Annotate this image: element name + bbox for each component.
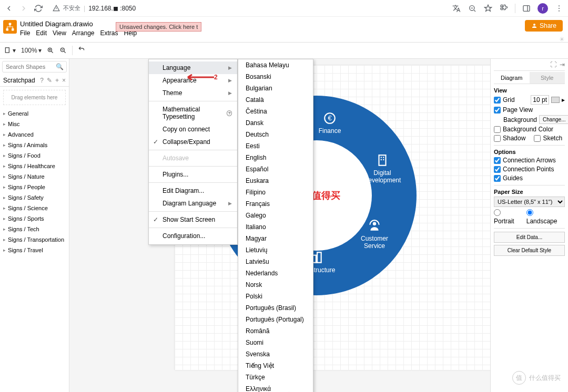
conn-points-checkbox[interactable] xyxy=(494,166,501,173)
category-item[interactable]: Signs / Science xyxy=(0,203,69,213)
app-logo[interactable] xyxy=(3,20,17,34)
language-option[interactable]: Bosanski xyxy=(238,71,313,82)
category-item[interactable]: Misc xyxy=(0,119,69,129)
conn-arrows-checkbox[interactable] xyxy=(494,157,501,164)
category-item[interactable]: Signs / Nature xyxy=(0,171,69,182)
menu-arrange[interactable]: Arrange xyxy=(72,29,95,37)
url-bar[interactable]: 不安全 | 192.168.◼ :8050 xyxy=(48,4,447,12)
menu-item[interactable]: Plugins... xyxy=(149,168,237,181)
language-option[interactable]: Filipino xyxy=(238,187,313,198)
language-option[interactable]: Română xyxy=(238,325,313,337)
grid-size[interactable]: 10 pt xyxy=(531,95,549,105)
category-item[interactable]: Signs / People xyxy=(0,182,69,192)
category-item[interactable]: Advanced xyxy=(0,129,69,140)
landscape-radio[interactable]: Landscape xyxy=(526,209,565,225)
menu-item[interactable]: Edit Diagram... xyxy=(149,184,237,197)
grid-color[interactable] xyxy=(551,97,560,103)
close-icon[interactable]: × xyxy=(62,77,66,84)
language-option[interactable]: Bulgarian xyxy=(238,82,313,94)
paper-size-select[interactable]: US-Letter (8,5" x 11") xyxy=(494,197,565,207)
kebab-icon[interactable] xyxy=(554,4,564,13)
collapse-panel-icon[interactable]: ⇥ xyxy=(560,61,565,68)
translate-icon[interactable] xyxy=(452,4,461,13)
fullscreen-icon[interactable]: ⛶ xyxy=(550,61,556,68)
page-setup-button[interactable]: ▾ xyxy=(4,47,16,54)
language-option[interactable]: Português (Brasil) xyxy=(238,302,313,314)
tab-style[interactable]: Style xyxy=(530,72,565,84)
clear-style-button[interactable]: Clear Default Style xyxy=(494,245,565,256)
pageview-checkbox[interactable] xyxy=(494,107,501,114)
guides-checkbox[interactable] xyxy=(494,175,501,182)
forward-icon[interactable] xyxy=(19,4,28,13)
reload-icon[interactable] xyxy=(34,4,43,13)
menu-file[interactable]: File xyxy=(20,29,30,37)
unsaved-warning[interactable]: Unsaved changes. Click here t xyxy=(116,22,201,32)
language-option[interactable]: Português (Portugal) xyxy=(238,314,313,325)
category-item[interactable]: Signs / Safety xyxy=(0,192,69,203)
menu-view[interactable]: View xyxy=(53,29,66,37)
undo-icon[interactable] xyxy=(78,47,85,54)
scratchpad-dropzone[interactable]: Drag elements here xyxy=(3,90,66,105)
portrait-radio[interactable]: Portrait xyxy=(494,209,522,225)
zoom-out-icon[interactable] xyxy=(468,4,477,13)
bgcolor-checkbox[interactable] xyxy=(494,126,501,133)
sidepanel-icon[interactable] xyxy=(522,4,531,13)
menu-item[interactable]: Copy on connect xyxy=(149,123,237,136)
language-option[interactable]: Türkçe xyxy=(238,372,313,383)
menu-item[interactable]: Configuration... xyxy=(149,230,237,242)
category-item[interactable]: Signs / Sports xyxy=(0,213,69,224)
help-icon[interactable]: ? xyxy=(40,77,44,84)
language-option[interactable]: Lietuvių xyxy=(238,244,313,256)
zoom-dropdown[interactable]: 100% ▾ xyxy=(21,47,42,54)
back-icon[interactable] xyxy=(4,4,14,13)
category-item[interactable]: Signs / Tech xyxy=(0,224,69,234)
language-option[interactable]: Bahasa Melayu xyxy=(238,59,313,71)
extensions-icon[interactable] xyxy=(499,4,509,13)
language-option[interactable]: Nederlands xyxy=(238,267,313,279)
language-option[interactable]: Galego xyxy=(238,210,313,221)
shadow-checkbox[interactable] xyxy=(494,135,501,142)
language-option[interactable]: Polski xyxy=(238,291,313,302)
edit-icon[interactable]: ✎ xyxy=(47,77,52,84)
menu-edit[interactable]: Edit xyxy=(36,29,47,37)
category-item[interactable]: Signs / Food xyxy=(0,150,69,161)
language-option[interactable]: Magyar xyxy=(238,233,313,244)
change-bg-button[interactable]: Change... xyxy=(539,115,568,124)
language-option[interactable]: Italiano xyxy=(238,221,313,233)
category-item[interactable]: Signs / Healthcare xyxy=(0,161,69,171)
language-option[interactable]: Dansk xyxy=(238,117,313,129)
language-option[interactable]: Norsk xyxy=(238,279,313,291)
language-option[interactable]: Latviešu xyxy=(238,256,313,267)
category-item[interactable]: Signs / Travel xyxy=(0,245,69,255)
menu-item[interactable]: Mathematical Typesetting? xyxy=(149,103,237,123)
edit-data-button[interactable]: Edit Data... xyxy=(494,232,565,243)
stepper-icon[interactable]: ▸ xyxy=(562,96,565,104)
search-icon[interactable]: 🔍 xyxy=(56,63,64,70)
language-option[interactable]: Deutsch xyxy=(238,129,313,140)
menu-item[interactable]: ✓Collapse/Expand xyxy=(149,136,237,148)
bookmark-icon[interactable] xyxy=(483,4,493,13)
language-option[interactable]: Eesti xyxy=(238,140,313,152)
menu-item[interactable]: ✓Show Start Screen xyxy=(149,213,237,226)
category-item[interactable]: Signs / Transportation xyxy=(0,234,69,245)
canvas[interactable]: 什么值得买 Global Partnerships Environmental … xyxy=(69,59,490,392)
category-item[interactable]: Signs / Animals xyxy=(0,140,69,150)
language-option[interactable]: Català xyxy=(238,94,313,106)
menu-item[interactable]: Theme▶ xyxy=(149,87,237,99)
menu-item[interactable]: Diagram Language▶ xyxy=(149,197,237,210)
zoom-in-icon[interactable] xyxy=(47,47,54,54)
language-option[interactable]: English xyxy=(238,152,313,163)
language-option[interactable]: Español xyxy=(238,163,313,175)
zoom-out-icon[interactable] xyxy=(59,47,67,54)
language-option[interactable]: Čeština xyxy=(238,106,313,117)
profile-avatar[interactable]: r xyxy=(537,3,548,14)
share-button[interactable]: Share xyxy=(525,20,563,32)
language-option[interactable]: Svenska xyxy=(238,348,313,360)
language-option[interactable]: Français xyxy=(238,198,313,210)
tab-diagram[interactable]: Diagram xyxy=(494,72,530,84)
sketch-checkbox[interactable] xyxy=(534,135,541,142)
grid-checkbox[interactable] xyxy=(494,97,501,104)
add-icon[interactable]: + xyxy=(55,77,59,84)
language-option[interactable]: Tiếng Việt xyxy=(238,360,313,372)
language-option[interactable]: Euskara xyxy=(238,175,313,187)
